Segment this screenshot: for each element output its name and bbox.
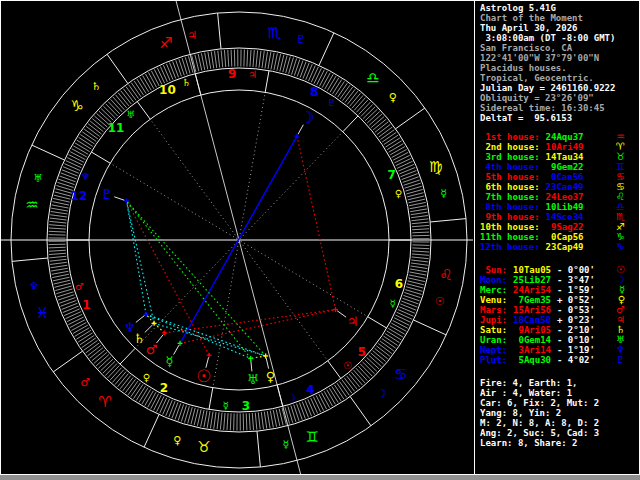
window-bottom-bar [0, 475, 640, 480]
header-line-3: Thu April 30, 2026 [475, 23, 639, 33]
planet-position-value: 0Gem14 [513, 335, 551, 345]
house-label: 8th house: [480, 202, 540, 212]
wheel-sign-pisces-icon: ♓ [35, 304, 48, 322]
header-line-6: 122°41'00"W 37°79'00"N [475, 53, 639, 63]
house-label: 5th house: [480, 172, 540, 182]
wheel-planet-mercury-icon: ☿ [166, 354, 174, 369]
house-label: 6th house: [480, 182, 540, 192]
wheel-sign-leo-icon: ♌ [439, 266, 452, 284]
wheel-sign-libra-icon: ♎ [366, 69, 379, 87]
planet-row: Nept: 3Ari14- 1°19'♆ [475, 345, 639, 355]
wheel-house-number-10: 10 [159, 83, 176, 97]
wheel-house-number-9: 9 [228, 67, 236, 81]
house-row: 10th house: 9Sag22♐ [475, 222, 639, 232]
wheel-sign-ruler-pisces-icon: ♆ [29, 280, 39, 293]
house-cusp-value: 24Leo37 [546, 192, 584, 202]
wheel-house-number-3: 3 [242, 399, 250, 413]
wheel-house-ruler-6-icon: ☿ [389, 298, 395, 309]
wheel-house-ruler-3-icon: ☿ [222, 400, 228, 411]
planet-latitude: + 0°52' [557, 295, 595, 305]
planet-position-value: 7Gem35 [513, 295, 551, 305]
wheel-house-ruler-7-icon: ♀ [395, 188, 402, 199]
header-line-12: DeltaT = 95.6153 [475, 113, 639, 123]
wheel-sign-aries-icon: ♈ [98, 393, 111, 411]
header-line-2: Chart of the Moment [475, 13, 639, 23]
planet-latitude: - 4°02' [557, 355, 595, 365]
wheel-house-number-2: 2 [160, 381, 168, 395]
planet-latitude: - 0°10' [557, 335, 595, 345]
wheel-sign-ruler-cancer-icon: ☽ [377, 387, 387, 400]
aspect-lines [127, 136, 336, 358]
house-row: 11th house: 0Cap56♑ [475, 232, 639, 242]
stats-line-6: Ang: 2, Suc: 5, Cad: 3 [475, 428, 639, 438]
wheel-sign-cancer-icon: ♋ [394, 365, 407, 383]
header-line-8: Tropical, Geocentric. [475, 73, 639, 83]
planet-row: Merc:24Ari54- 1°59'☿ [475, 285, 639, 295]
wheel-house-number-11: 11 [108, 121, 125, 135]
stats-line-3: Car: 6, Fix: 2, Mut: 2 [475, 398, 639, 408]
planet-position-dots [124, 134, 338, 361]
house-row: 6th house:23Can49♋ [475, 182, 639, 192]
house-row: 1st house:24Aqu37♒ [475, 132, 639, 142]
house-cusp-value: 9Sag22 [546, 222, 584, 232]
house-label: 1st house: [480, 132, 540, 142]
house-cusp-value: 14Sco34 [546, 212, 584, 222]
wheel-house-number-4: 4 [306, 383, 314, 397]
planet-label: Merc: [480, 285, 507, 295]
house-cusp-value: 0Cap56 [546, 232, 584, 242]
wheel-planet-jupiter-icon: ♃ [347, 314, 359, 329]
house-row: 7th house:24Leo37♌ [475, 192, 639, 202]
planet-row: Sun:10Tau05- 0°00'☉ [475, 265, 639, 275]
house-row: 5th house: 0Can56♋ [475, 172, 639, 182]
wheel-house-ruler-10-icon: ♄ [182, 77, 191, 88]
planet-label: Satu: [480, 325, 507, 335]
house-label: 4th house: [480, 162, 540, 172]
wheel-house-ruler-8-icon: ♇ [327, 97, 336, 108]
wheel-sign-ruler-gemini-icon: ☿ [282, 438, 289, 451]
wheel-planet-neptune-icon: ♆ [124, 320, 136, 335]
house-label: 10th house: [480, 222, 540, 232]
planet-label: Nept: [480, 345, 507, 355]
wheel-sign-ruler-scorpio-icon: ♇ [296, 33, 306, 46]
house-cusp-value: 0Can56 [546, 172, 584, 182]
house-label: 12th house: [480, 242, 540, 252]
planet-position-value: 10Tau05 [513, 265, 551, 275]
planet-label: Mars: [480, 305, 507, 315]
header-line-4: 3:08:00am (DT -8:00 GMT) [475, 33, 639, 43]
house-label: 2nd house: [480, 142, 540, 152]
wheel-planet-venus-icon: ♀ [266, 369, 276, 384]
planet-label: Plut: [480, 355, 507, 365]
wheel-sign-scorpio-icon: ♏ [267, 24, 281, 42]
planet-position-value: 3Ari14 [513, 345, 551, 355]
wheel-planet-moon-icon: ☽ [300, 108, 314, 127]
house-cusp-list: 1st house:24Aqu37♒ 2nd house:10Ari49♈ 3r… [475, 132, 639, 252]
planet-row: Satu: 9Ari05- 2°10'♄ [475, 325, 639, 335]
info-panel: Astrolog 5.41GChart of the MomentThu Apr… [474, 0, 639, 474]
wheel-sign-ruler-capricorn-icon: ♄ [91, 80, 101, 93]
planet-row: Venu: 7Gem35+ 0°52'♀ [475, 295, 639, 305]
planet-position-list: Sun:10Tau05- 0°00'☉Moon:25Lib27- 3°47'☽M… [475, 265, 639, 365]
wheel-sign-ruler-leo-icon: ☉ [435, 295, 445, 308]
planet-label: Venu: [480, 295, 507, 305]
stats-line-1: Fire: 4, Earth: 1, [475, 378, 639, 388]
wheel-planet-uranus-icon: ♅ [247, 372, 259, 387]
house-row: 9th house:14Sco34♏ [475, 212, 639, 222]
house-label: 11th house: [480, 232, 540, 242]
stats-line-2: Air : 4, Water: 1 [475, 388, 639, 398]
planet-position-value: 25Lib27 [513, 275, 551, 285]
house-row: 4th house: 9Gem22♊ [475, 162, 639, 172]
wheel-sign-ruler-sagittarius-icon: ♃ [187, 29, 197, 42]
stats-line-7: Learn: 8, Share: 2 [475, 438, 639, 448]
header-line-7: Placidus houses. [475, 63, 639, 73]
wheel-house-number-1: 1 [82, 298, 90, 312]
wheel-sign-virgo-icon: ♍ [429, 158, 442, 176]
stats-line-5: M: 2, N: 8, A: 8, D: 2 [475, 418, 639, 428]
house-cusp-value: 14Tau34 [546, 152, 584, 162]
wheel-house-number-8: 8 [310, 85, 318, 99]
house-cusp-value: 23Cap49 [546, 242, 584, 252]
planet-label: Jupi: [480, 315, 507, 325]
wheel-house-number-12: 12 [71, 189, 88, 203]
wheel-planet-sun-icon: ☉ [196, 366, 211, 386]
astrolog-window: ♈♂♉♀♊☿♋☽♌☉♍☿♎♀♏♇♐♃♑♄♒♅♓♆1♂2♀3☿4☽5☉6☿7♀8♇… [0, 0, 640, 480]
wheel-house-number-5: 5 [358, 345, 366, 359]
